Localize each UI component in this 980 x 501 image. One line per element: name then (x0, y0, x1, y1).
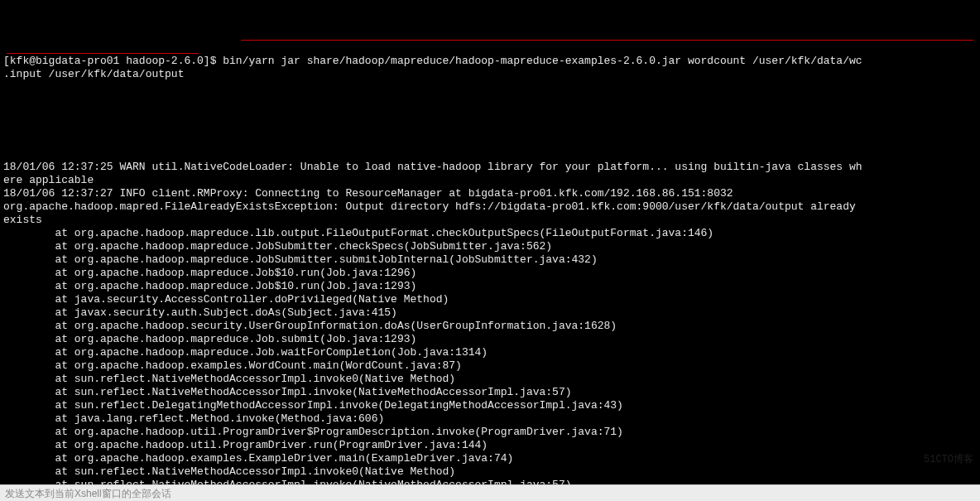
output-line: 18/01/06 12:37:27 INFO client.RMProxy: C… (3, 187, 977, 200)
output-line: at org.apache.hadoop.mapreduce.Job.submi… (3, 333, 977, 346)
terminal[interactable]: [kfk@bigdata-pro01 hadoop-2.6.0]$ bin/ya… (0, 0, 980, 484)
output-line: at org.apache.hadoop.mapreduce.JobSubmit… (3, 240, 977, 253)
output-line: at org.apache.hadoop.mapreduce.Job.waitF… (3, 346, 977, 359)
status-text: 发送文本到当前Xshell窗口的全部会话 (5, 488, 171, 499)
output-line: at org.apache.hadoop.examples.ExampleDri… (3, 452, 977, 465)
output-line: at org.apache.hadoop.mapreduce.Job$10.ru… (3, 280, 977, 293)
output-line: at org.apache.hadoop.mapreduce.JobSubmit… (3, 253, 977, 267)
output-line: at sun.reflect.NativeMethodAccessorImpl.… (3, 386, 977, 399)
output-line: at sun.reflect.NativeMethodAccessorImpl.… (3, 465, 977, 479)
output-line: exists (3, 214, 977, 227)
output-line: 18/01/06 12:37:25 WARN util.NativeCodeLo… (3, 161, 977, 174)
output-line: at org.apache.hadoop.util.ProgramDriver$… (3, 426, 977, 439)
command-line: [kfk@bigdata-pro01 hadoop-2.6.0]$ bin/ya… (3, 28, 977, 134)
output-line: at org.apache.hadoop.examples.WordCount.… (3, 359, 977, 373)
status-bar: 发送文本到当前Xshell窗口的全部会话 (0, 484, 980, 501)
output-line: at java.lang.reflect.Method.invoke(Metho… (3, 412, 977, 426)
output-line: at javax.security.auth.Subject.doAs(Subj… (3, 306, 977, 320)
output-line: at org.apache.hadoop.security.UserGroupI… (3, 320, 977, 333)
output-line: at org.apache.hadoop.mapreduce.lib.outpu… (3, 227, 977, 240)
highlight-underline (7, 53, 199, 54)
output-line: at sun.reflect.NativeMethodAccessorImpl.… (3, 373, 977, 386)
output-line: org.apache.hadoop.mapred.FileAlreadyExis… (3, 200, 977, 214)
terminal-output: 18/01/06 12:37:25 WARN util.NativeCodeLo… (3, 161, 977, 484)
output-line: at org.apache.hadoop.util.ProgramDriver.… (3, 439, 977, 452)
output-line: at sun.reflect.NativeMethodAccessorImpl.… (3, 479, 977, 484)
watermark: 51CTO博客 (924, 453, 973, 466)
output-line: at java.security.AccessController.doPriv… (3, 293, 977, 306)
output-line: at sun.reflect.DelegatingMethodAccessorI… (3, 399, 977, 412)
highlight-underline (241, 40, 973, 41)
output-line: ere applicable (3, 174, 977, 187)
output-line: at org.apache.hadoop.mapreduce.Job$10.ru… (3, 267, 977, 280)
